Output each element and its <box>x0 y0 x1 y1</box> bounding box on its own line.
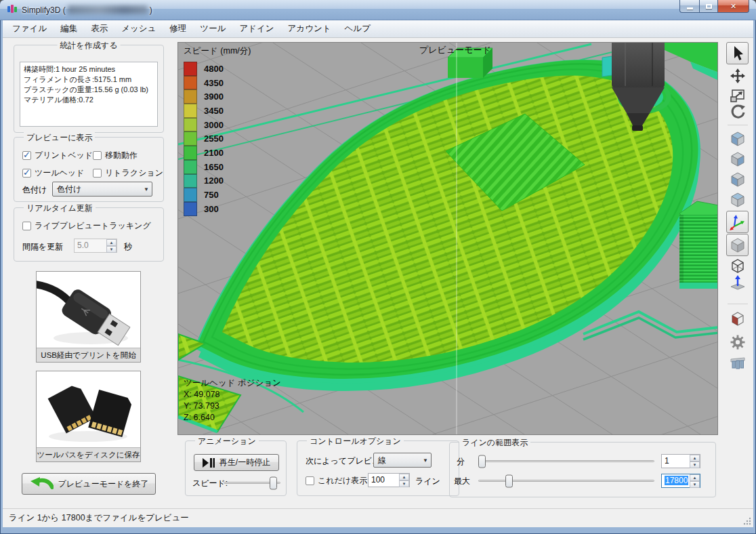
live-preview-checkbox-box[interactable] <box>22 222 31 230</box>
checkbox-live-preview-tracking[interactable]: ライブプレビュートラッキング <box>22 220 151 232</box>
front-view-button[interactable] <box>726 169 749 190</box>
checkbox-travel-moves[interactable]: 移動動作 <box>93 150 138 161</box>
sd-button-caption: ツールパスをディスクに保存 <box>37 447 140 461</box>
side-view-button[interactable] <box>726 190 749 210</box>
usb-plug-image <box>37 272 140 348</box>
coloring-dropdown[interactable]: 色付け ▼ <box>52 182 152 197</box>
range-min-down-icon[interactable]: ▼ <box>690 461 700 468</box>
menu-addins[interactable]: アドイン <box>232 21 280 37</box>
range-max-thumb[interactable] <box>505 475 513 488</box>
caption-buttons: ✕ <box>679 0 749 13</box>
live-preview-label: ライブプレビュートラッキング <box>35 220 151 232</box>
range-min-value: 1 <box>662 455 690 468</box>
green-back-arrow-icon <box>29 476 54 491</box>
only-show-down-icon[interactable]: ▼ <box>399 480 409 487</box>
travel-moves-label: 移動動作 <box>105 150 138 161</box>
toolbar-separator <box>728 304 748 304</box>
checkbox-retraction[interactable]: リトラクション <box>93 167 163 179</box>
menu-help[interactable]: ヘルプ <box>338 21 377 37</box>
range-min-slider[interactable] <box>478 455 654 468</box>
only-show-value: 100 <box>369 474 399 487</box>
exit-preview-label: プレビューモードを終了 <box>58 478 149 490</box>
app-logo-icon <box>7 3 18 17</box>
animation-group: アニメーション 再生/一時停止 スピード: <box>185 440 287 496</box>
range-max-slider[interactable] <box>478 474 654 488</box>
surface-normal-icon <box>729 274 747 292</box>
play-pause-button[interactable]: 再生/一時停止 <box>194 454 279 471</box>
only-show-spinner[interactable]: 100 ▲▼ <box>368 473 410 487</box>
menu-view[interactable]: 表示 <box>84 21 114 37</box>
cursor-icon <box>729 45 747 62</box>
solid-render-button[interactable] <box>726 234 749 256</box>
interval-unit-label: 秒 <box>124 241 132 253</box>
resize-grip[interactable] <box>742 516 752 526</box>
only-show-unit-label: ライン <box>415 476 440 487</box>
menu-file[interactable]: ファイル <box>5 21 54 37</box>
app-window: Simplify3D () ✕ ファイル 編集 表示 メッシュ 修理 ツール ア… <box>0 0 756 534</box>
checkbox-only-show[interactable]: これだけ表示 <box>306 475 367 487</box>
move-tool-button[interactable] <box>726 66 749 86</box>
menu-tools[interactable]: ツール <box>193 21 232 37</box>
range-min-track[interactable] <box>478 460 654 462</box>
settings-button[interactable] <box>726 332 749 352</box>
solid-cube-icon <box>729 237 747 254</box>
chevron-down-icon: ▼ <box>420 457 431 464</box>
speed-slider[interactable] <box>224 476 280 490</box>
maximize-button[interactable] <box>699 0 718 13</box>
coordinate-axes-button[interactable] <box>726 211 749 233</box>
side-view-cube-icon <box>729 191 747 209</box>
interval-spinner[interactable]: 5.0 ▲▼ <box>74 239 117 253</box>
cursor-tool-button[interactable] <box>726 42 749 64</box>
supports-button[interactable] <box>726 352 749 373</box>
window-title: Simplify3D () <box>22 5 152 15</box>
menu-account[interactable]: アカウント <box>281 21 338 37</box>
interval-value: 5.0 <box>75 239 106 252</box>
print-over-usb-button[interactable]: USB経由でプリントを開始 <box>36 271 141 363</box>
range-max-track[interactable] <box>478 480 654 482</box>
cross-section-button[interactable] <box>726 310 749 330</box>
range-max-up-icon[interactable]: ▲ <box>690 474 700 481</box>
default-view-button[interactable] <box>726 129 749 149</box>
save-toolpaths-button[interactable]: ツールパスをディスクに保存 <box>36 371 141 462</box>
animation-title: アニメーション <box>195 436 259 447</box>
default-view-cube-icon <box>729 130 747 148</box>
surface-normals-button[interactable] <box>726 273 749 293</box>
control-options-title: コントロールオプション <box>307 436 404 447</box>
preview-by-dropdown[interactable]: 線 ▼ <box>373 453 432 468</box>
range-min-up-icon[interactable]: ▲ <box>690 455 700 461</box>
checkbox-tool-head[interactable]: ツールヘッド <box>22 167 84 179</box>
range-max-value: 17800 <box>665 476 688 485</box>
menu-mesh[interactable]: メッシュ <box>114 21 163 37</box>
only-show-up-icon[interactable]: ▲ <box>399 474 409 480</box>
cross-section-cube-icon <box>729 311 747 329</box>
speed-slider-thumb[interactable] <box>270 477 277 490</box>
build-statistics-text: 構築時間:1 hour 25 minutes フィラメントの長さ:5175.1 … <box>20 62 158 127</box>
build-statistics-group: 統計を作成する 構築時間:1 hour 25 minutes フィラメントの長さ… <box>14 45 164 133</box>
top-view-button[interactable] <box>726 149 749 169</box>
range-min-spinner[interactable]: 1 ▲▼ <box>661 454 700 468</box>
menu-repair[interactable]: 修理 <box>163 21 193 37</box>
retraction-checkbox-box[interactable] <box>93 169 102 178</box>
minimize-button[interactable] <box>679 0 699 13</box>
range-max-spinner[interactable]: 17800 ▲▼ <box>661 474 700 488</box>
title-bar[interactable]: Simplify3D () ✕ <box>0 0 756 20</box>
play-pause-icon <box>203 458 215 468</box>
range-max-down-icon[interactable]: ▼ <box>690 481 700 488</box>
rotate-icon <box>729 103 747 121</box>
preview-3d-viewport[interactable]: スピード (mm/分) 4800 4350 3900 3450 3000 255… <box>177 42 718 435</box>
rotate-tool-button[interactable] <box>726 102 749 122</box>
interval-down-icon[interactable]: ▼ <box>106 246 117 253</box>
preview-by-value: 線 <box>374 455 420 466</box>
speed-legend-title: スピード (mm/分) <box>184 45 251 57</box>
range-min-thumb[interactable] <box>478 455 486 468</box>
legend-swatch <box>184 89 197 104</box>
travel-moves-checkbox-box[interactable] <box>93 151 102 160</box>
checkbox-print-bed[interactable]: プリントベッド <box>22 150 93 161</box>
exit-preview-button[interactable]: プレビューモードを終了 <box>22 473 156 495</box>
print-bed-checkbox-box[interactable] <box>22 151 31 160</box>
only-show-checkbox-box[interactable] <box>306 476 314 485</box>
tool-head-checkbox-box[interactable] <box>22 169 31 178</box>
close-button[interactable]: ✕ <box>718 0 749 13</box>
interval-up-icon[interactable]: ▲ <box>106 239 117 246</box>
menu-edit[interactable]: 編集 <box>54 21 84 37</box>
